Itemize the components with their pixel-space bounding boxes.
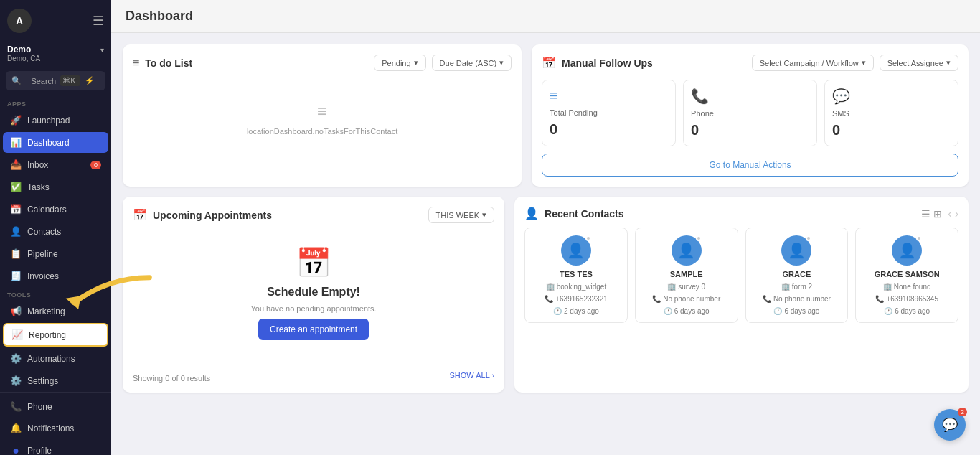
contact-time-0: 🕐 2 days ago — [553, 307, 599, 315]
contact-card-2: 👤 GRACE 🏢 form 2 📞 No phone number — [745, 228, 849, 323]
showing-text: Showing 0 of 0 results — [133, 374, 210, 383]
tools-section-label: Tools — [0, 287, 111, 300]
sidebar-item-calendars[interactable]: 📅 Calendars — [3, 199, 108, 220]
menu-toggle[interactable]: ☰ — [93, 13, 104, 29]
chevron-down-icon: ▾ — [499, 58, 504, 67]
contact-phone-3: 📞 +639108965345 — [875, 295, 938, 303]
sort-filter[interactable]: Due Date (ASC) ▾ — [432, 55, 512, 71]
list-view-icon[interactable]: ☰ — [921, 208, 930, 220]
sidebar-item-label: Marketing — [27, 306, 65, 316]
sidebar-item-tasks[interactable]: ✅ Tasks — [3, 177, 108, 197]
sidebar-item-invoices[interactable]: 🧾 Invoices — [3, 266, 108, 286]
sidebar-item-pipeline[interactable]: 📋 Pipeline — [3, 243, 108, 264]
sidebar-item-phone[interactable]: 📞 Phone — [3, 396, 108, 417]
status-dot — [916, 235, 922, 241]
todo-header: ≡ To do List Pending ▾ Due Date (ASC) ▾ — [133, 55, 512, 71]
contact-cards: 👤 TES TES 🏢 booking_widget 📞 +6391652323… — [524, 228, 958, 323]
sidebar-item-label: Inbox — [27, 160, 48, 170]
automation-icon: ⚙️ — [10, 353, 22, 364]
contact-phone-0: 📞 +639165232321 — [545, 295, 608, 303]
sidebar-item-notifications[interactable]: 🔔 Notifications — [3, 418, 108, 438]
create-appointment-button[interactable]: Create an appointment — [258, 319, 369, 340]
sidebar-item-launchpad[interactable]: 🚀 Launchpad — [3, 110, 108, 131]
show-all-link[interactable]: SHOW ALL › — [450, 371, 495, 380]
sidebar-item-label: Reporting — [29, 330, 66, 340]
pipeline-icon: 📋 — [10, 248, 22, 259]
status-dot — [696, 235, 702, 241]
demo-location: Demo, CA — [7, 55, 104, 62]
search-bar[interactable]: 🔍 Search ⌘K ⚡ — [6, 71, 105, 90]
settings-icon: ⚙️ — [10, 375, 22, 386]
reporting-icon: 📈 — [11, 329, 23, 340]
pending-filter[interactable]: Pending ▾ — [374, 55, 425, 71]
sidebar-item-label: Invoices — [27, 271, 59, 281]
assignee-filter[interactable]: Select Assignee ▾ — [880, 55, 958, 71]
sidebar-item-marketing[interactable]: 📢 Marketing — [3, 301, 108, 322]
demo-chevron-icon[interactable]: ▾ — [100, 46, 104, 54]
manual-actions-button[interactable]: Go to Manual Actions — [542, 154, 958, 177]
calendar-empty-icon: 📅 — [296, 246, 331, 280]
contact-card-1: 👤 SAMPLE 🏢 survey 0 📞 No phone number — [635, 228, 738, 323]
contact-avatar-2: 👤 — [781, 235, 811, 266]
sidebar-item-reporting[interactable]: 📈 Reporting — [3, 323, 108, 347]
contact-name-2: GRACE — [783, 270, 811, 278]
sidebar-item-profile[interactable]: ● Profile — [3, 439, 108, 455]
grid-view-icon[interactable]: ⊞ — [933, 208, 942, 220]
sidebar-item-label: Calendars — [27, 205, 67, 215]
sidebar-item-label: Pipeline — [27, 249, 58, 259]
sidebar-header: A ☰ — [0, 0, 111, 42]
contact-time-1: 🕐 6 days ago — [664, 307, 710, 315]
chat-badge: 2 — [958, 408, 967, 416]
sidebar-item-label: Launchpad — [27, 116, 70, 126]
contacts-title: Recent Contacts — [545, 208, 623, 220]
appointments-header: 📅 Upcoming Appointments THIS WEEK ▾ — [133, 207, 494, 223]
chevron-down-icon: ▾ — [946, 58, 951, 67]
todo-actions: Pending ▾ Due Date (ASC) ▾ — [374, 55, 512, 71]
source-icon: 🏢 — [546, 283, 555, 291]
view-toggle: ☰ ⊞ — [921, 208, 942, 220]
contact-avatar-3: 👤 — [892, 235, 922, 266]
prev-arrow-icon[interactable]: ‹ — [948, 207, 951, 220]
chevron-down-icon: ▾ — [414, 58, 418, 67]
contacts-header: 👤 Recent Contacts ☰ ⊞ ‹ › — [524, 207, 958, 220]
search-shortcut: ⌘K — [60, 75, 80, 86]
clock-icon: 🕐 — [664, 307, 672, 315]
campaign-filter[interactable]: Select Campaign / Workflow ▾ — [752, 55, 874, 71]
sidebar: A ☰ Demo ▾ Demo, CA 🔍 Search ⌘K ⚡ Apps 🚀… — [0, 0, 111, 455]
followup-header: 📅 Manual Follow Ups Select Campaign / Wo… — [542, 55, 958, 71]
todo-panel: ≡ To do List Pending ▾ Due Date (ASC) ▾ — [123, 44, 522, 187]
contact-name-1: SAMPLE — [670, 270, 703, 278]
clock-icon: 🕐 — [773, 307, 782, 315]
appointments-empty: 📅 Schedule Empty! You have no pending ap… — [133, 232, 494, 355]
sidebar-item-label: Contacts — [27, 227, 61, 237]
total-value: 0 — [550, 121, 668, 138]
todo-empty-text: locationDashboard.noTasksForThisContact — [247, 127, 397, 136]
sidebar-item-label: Settings — [27, 376, 58, 386]
contacts-panel-icon: 👤 — [524, 207, 539, 220]
contact-avatar-icon: 👤 — [898, 242, 916, 259]
phone-icon: 📞 — [763, 295, 771, 303]
bottom-row: 📅 Upcoming Appointments THIS WEEK ▾ 📅 Sc… — [123, 197, 969, 393]
phone-icon: 📞 — [652, 295, 661, 303]
contact-card-3: 👤 GRACE SAMSON 🏢 None found 📞 +639108965… — [855, 228, 958, 323]
inbox-badge: 0 — [90, 161, 101, 169]
sidebar-bottom: 📞 Phone 🔔 Notifications ● Profile — [0, 392, 111, 455]
next-arrow-icon[interactable]: › — [955, 207, 958, 220]
sidebar-item-inbox[interactable]: 📥 Inbox 0 — [3, 154, 108, 175]
phone-label: Phone — [691, 109, 809, 118]
sidebar-item-dashboard[interactable]: 📊 Dashboard — [3, 132, 108, 153]
followup-panel: 📅 Manual Follow Ups Select Campaign / Wo… — [532, 44, 969, 187]
contact-avatar-icon: 👤 — [677, 242, 695, 259]
contact-name-3: GRACE SAMSON — [875, 270, 940, 278]
contact-source-1: 🏢 survey 0 — [667, 283, 705, 291]
contact-time-2: 🕐 6 days ago — [773, 307, 819, 315]
phone-metric-icon: 📞 — [691, 88, 809, 105]
main-content: Dashboard ≡ To do List Pending ▾ Due Dat… — [111, 0, 980, 455]
week-filter[interactable]: THIS WEEK ▾ — [428, 207, 495, 223]
sidebar-item-automation[interactable]: ⚙️ Automations — [3, 348, 108, 369]
chat-bubble[interactable]: 💬 2 — [934, 409, 966, 441]
sidebar-item-contacts[interactable]: 👤 Contacts — [3, 221, 108, 242]
contact-phone-1: 📞 No phone number — [652, 295, 720, 303]
appointments-panel: 📅 Upcoming Appointments THIS WEEK ▾ 📅 Sc… — [123, 197, 504, 393]
sidebar-item-settings[interactable]: ⚙️ Settings — [3, 370, 108, 391]
